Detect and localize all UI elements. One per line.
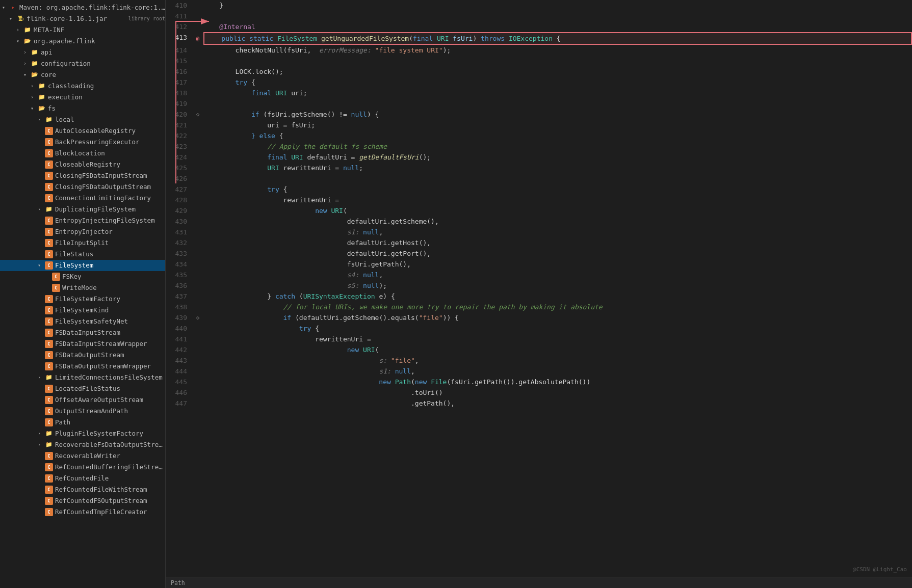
sidebar-item-LocatedFileStatus[interactable]: LocatedFileStatus xyxy=(0,383,165,394)
sidebar-item-FSDataInputStreamWrapper[interactable]: FSDataInputStreamWrapper xyxy=(0,338,165,350)
class-icon-RefCountedFSOutputStream xyxy=(45,497,53,505)
sidebar-item-FileSystemFactory[interactable]: FileSystemFactory xyxy=(0,293,165,305)
sidebar-item-FileSystemKind[interactable]: FileSystemKind xyxy=(0,305,165,316)
class-icon-FSDataInputStreamWrapper xyxy=(45,340,53,348)
sidebar-item-FileStatus[interactable]: FileStatus xyxy=(0,249,165,260)
code-line-447: 447 .getPath(), xyxy=(166,398,912,409)
code-line-430: 430 defaultUri.getScheme(), xyxy=(166,216,912,227)
sidebar-item-FileInputSplit[interactable]: FileInputSplit xyxy=(0,237,165,249)
class-icon-RefCountedTmpFileCreator xyxy=(45,508,53,516)
sidebar-item-RefCountedFileWithStream[interactable]: RefCountedFileWithStream xyxy=(0,484,165,495)
sidebar-item-core[interactable]: core xyxy=(0,69,165,81)
editor-scroll-area[interactable]: 410 } 411 412 @Internal 413 @ xyxy=(166,0,912,577)
sidebar-item-AutoCloseableRegistry[interactable]: AutoCloseableRegistry xyxy=(0,125,165,137)
code-line-436: 436 s5: null); xyxy=(166,280,912,291)
RecoverableWriter-label: RecoverableWriter xyxy=(55,451,165,461)
chevron-classloading xyxy=(31,81,38,91)
code-line-424: 424 final URI defaultUri = getDefaultFsU… xyxy=(166,152,912,163)
sidebar-item-OutputStreamAndPath[interactable]: OutputStreamAndPath xyxy=(0,406,165,417)
BackPressuringExecutor-label: BackPressuringExecutor xyxy=(55,137,165,147)
FileInputSplit-label: FileInputSplit xyxy=(55,238,165,248)
sidebar-item-FSDataOutputStream[interactable]: FSDataOutputStream xyxy=(0,350,165,361)
sidebar-item-ClosingFSDataOutputStream[interactable]: ClosingFSDataOutputStream xyxy=(0,181,165,193)
sidebar-item-FSDataInputStream[interactable]: FSDataInputStream xyxy=(0,327,165,338)
sidebar-item-OffsetAwareOutputStream[interactable]: OffsetAwareOutputStream xyxy=(0,394,165,406)
sidebar-item-maven-root[interactable]: ▸ Maven: org.apache.flink:flink-core:1.1… xyxy=(0,2,165,13)
code-line-427: 427 try { xyxy=(166,184,912,195)
sidebar-item-Path[interactable]: Path xyxy=(0,417,165,428)
api-label: api xyxy=(41,47,165,58)
class-icon-FileSystem xyxy=(45,261,53,270)
execution-label: execution xyxy=(48,92,165,102)
sidebar-item-api[interactable]: api xyxy=(0,47,165,58)
folder-config-icon xyxy=(31,60,39,68)
ConnectionLimitingFactory-label: ConnectionLimitingFactory xyxy=(55,193,165,203)
FSDataOutputStream-label: FSDataOutputStream xyxy=(55,350,165,360)
sidebar-item-FileSystem[interactable]: FileSystem xyxy=(0,260,165,271)
RefCountedTmpFileCreator-label: RefCountedTmpFileCreator xyxy=(55,507,165,517)
code-line-428: 428 rewrittenUri = xyxy=(166,195,912,205)
class-icon-Path xyxy=(45,418,53,426)
code-line-431: 431 s1: null, xyxy=(166,227,912,237)
sidebar-item-fs[interactable]: fs xyxy=(0,103,165,114)
RefCountedFSOutputStream-label: RefCountedFSOutputStream xyxy=(55,496,165,506)
sidebar-item-RefCountedFile[interactable]: RefCountedFile xyxy=(0,473,165,484)
class-icon-RefCountedFileWithStream xyxy=(45,486,53,494)
code-line-423: 423 // Apply the default fs scheme xyxy=(166,141,912,152)
sidebar-item-RecoverableFsDataOutputStream[interactable]: RecoverableFsDataOutputStream xyxy=(0,439,165,450)
folder-meta-inf-icon xyxy=(23,26,32,34)
sidebar-item-PluginFileSystemFactory[interactable]: PluginFileSystemFactory xyxy=(0,428,165,439)
jar-label: flink-core-1.16.1.jar xyxy=(27,14,126,24)
code-line-410: 410 } xyxy=(166,0,912,11)
sidebar-item-EntropyInjectingFileSystem[interactable]: EntropyInjectingFileSystem xyxy=(0,215,165,226)
sidebar-item-FSKey[interactable]: FSKey xyxy=(0,271,165,282)
class-icon-AutoCloseableRegistry xyxy=(45,127,53,135)
chevron-core xyxy=(23,70,31,80)
code-line-416: 416 LOCK.lock(); xyxy=(166,66,912,77)
chevron-RecoverableFsDataOutputStream xyxy=(38,440,45,450)
OffsetAwareOutputStream-label: OffsetAwareOutputStream xyxy=(55,395,165,405)
AutoCloseableRegistry-label: AutoCloseableRegistry xyxy=(55,126,165,136)
sidebar-item-configuration[interactable]: configuration xyxy=(0,58,165,69)
sidebar-item-LimitedConnectionsFileSystem[interactable]: LimitedConnectionsFileSystem xyxy=(0,372,165,383)
RefCountedFileWithStream-label: RefCountedFileWithStream xyxy=(55,485,165,495)
sidebar-item-ClosingFSDataInputStream[interactable]: ClosingFSDataInputStream xyxy=(0,170,165,181)
sidebar-item-FileSystemSafetyNet[interactable]: FileSystemSafetyNet xyxy=(0,316,165,327)
sidebar-item-classloading[interactable]: classloading xyxy=(0,81,165,92)
sidebar-item-BackPressuringExecutor[interactable]: BackPressuringExecutor xyxy=(0,137,165,148)
FileStatus-label: FileStatus xyxy=(55,249,165,259)
folder-org-icon xyxy=(23,37,32,45)
FSDataInputStreamWrapper-label: FSDataInputStreamWrapper xyxy=(55,339,165,349)
sidebar-item-meta-inf[interactable]: META-INF xyxy=(0,24,165,36)
code-line-439: 439 ◇ if (defaultUri.getScheme().equals(… xyxy=(166,312,912,323)
class-icon-FileSystemSafetyNet xyxy=(45,317,53,326)
sidebar-item-jar[interactable]: flink-core-1.16.1.jar library root xyxy=(0,13,165,24)
sidebar-item-execution[interactable]: execution xyxy=(0,92,165,103)
PluginFileSystemFactory-label: PluginFileSystemFactory xyxy=(55,429,165,439)
sidebar-item-local[interactable]: local xyxy=(0,114,165,125)
sidebar-item-WriteMode[interactable]: WriteMode xyxy=(0,282,165,293)
LocatedFileStatus-label: LocatedFileStatus xyxy=(55,384,165,394)
class-icon-FileStatus xyxy=(45,250,53,258)
sidebar-item-CloseableRegistry[interactable]: CloseableRegistry xyxy=(0,159,165,170)
config-label: configuration xyxy=(41,59,165,69)
sidebar-item-RefCountedFSOutputStream[interactable]: RefCountedFSOutputStream xyxy=(0,495,165,506)
ClosingFSDataInputStream-label: ClosingFSDataInputStream xyxy=(55,171,165,181)
RefCountedBufferingFileStream-label: RefCountedBufferingFileStream xyxy=(55,462,165,472)
sidebar-item-BlockLocation[interactable]: BlockLocation xyxy=(0,148,165,159)
sidebar-item-RefCountedTmpFileCreator[interactable]: RefCountedTmpFileCreator xyxy=(0,506,165,518)
sidebar-item-org-apache-flink[interactable]: org.apache.flink xyxy=(0,36,165,47)
class-icon-LocatedFileStatus xyxy=(45,385,53,393)
code-line-444: 444 s1: null, xyxy=(166,366,912,377)
sidebar-item-ConnectionLimitingFactory[interactable]: ConnectionLimitingFactory xyxy=(0,193,165,204)
code-line-440: 440 try { xyxy=(166,323,912,334)
class-icon-CloseableRegistry xyxy=(45,161,53,169)
sidebar-item-EntropyInjector[interactable]: EntropyInjector xyxy=(0,226,165,237)
FileSystemFactory-label: FileSystemFactory xyxy=(55,294,165,304)
sidebar-item-RefCountedBufferingFileStream[interactable]: RefCountedBufferingFileStream xyxy=(0,462,165,473)
sidebar-item-FSDataOutputStreamWrapper[interactable]: FSDataOutputStreamWrapper xyxy=(0,361,165,372)
chevron-api xyxy=(23,47,31,58)
folder-fs-icon xyxy=(38,104,46,113)
sidebar-item-DuplicatingFileSystem[interactable]: DuplicatingFileSystem xyxy=(0,204,165,215)
sidebar-item-RecoverableWriter[interactable]: RecoverableWriter xyxy=(0,450,165,462)
